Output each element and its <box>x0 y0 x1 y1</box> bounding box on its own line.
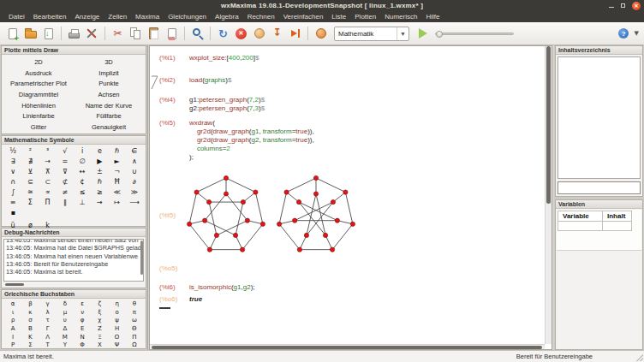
chevron-down-icon[interactable]: ▼ <box>397 27 408 40</box>
new-document-icon[interactable]: + <box>4 26 21 42</box>
symbol-button[interactable]: ⊂ <box>39 176 57 187</box>
greek-letter-button[interactable]: χ <box>91 316 108 324</box>
symbol-button[interactable]: Π <box>39 197 57 207</box>
save-icon[interactable]: ↓ <box>40 26 57 42</box>
greek-letter-button[interactable]: ψ <box>109 316 126 324</box>
play-animation-icon[interactable] <box>414 26 431 42</box>
symbol-button[interactable]: ≥ <box>91 187 108 197</box>
cell-type-select[interactable]: Mathematik ▼ <box>334 27 409 41</box>
greek-letter-button[interactable]: Ρ <box>4 341 21 349</box>
paste-icon[interactable] <box>146 26 162 42</box>
greek-letter-button[interactable]: μ <box>57 308 74 317</box>
symbol-button[interactable]: ▶ <box>91 156 108 166</box>
symbol-button[interactable]: ∈ <box>126 145 143 156</box>
cell-body[interactable]: g1:petersen_graph(7,2)$g2:petersen_graph… <box>189 96 265 113</box>
symbol-button[interactable]: ≪ <box>109 187 126 197</box>
abort-evaluation-icon[interactable]: ✕ <box>233 26 249 42</box>
variables-empty-row[interactable] <box>558 222 632 231</box>
greek-letter-button[interactable]: Ω <box>126 341 143 349</box>
symbol-button[interactable]: ≤ <box>74 187 91 197</box>
minimize-icon[interactable] <box>609 7 614 8</box>
menu-rechnen[interactable]: Rechnen <box>243 13 279 21</box>
symbol-button[interactable]: ∝ <box>39 187 57 197</box>
symbol-button[interactable]: ≡ <box>4 197 21 207</box>
menu-plotten[interactable]: Plotten <box>350 13 380 21</box>
symbol-button[interactable]: ² <box>21 145 39 156</box>
greek-letter-button[interactable]: Α <box>4 324 21 333</box>
draw-button-genauigkeit[interactable]: Genauigkeit <box>74 122 144 133</box>
symbol-button[interactable]: ≫ <box>126 187 143 197</box>
toc-filter-input[interactable] <box>558 181 641 194</box>
symbol-button[interactable]: ³ <box>39 145 57 156</box>
symbol-button[interactable]: ⊽ <box>57 166 74 176</box>
symbol-button[interactable]: ℏ <box>109 145 126 156</box>
draw-button-füllfarbe[interactable]: Füllfarbe <box>74 110 144 122</box>
greek-letter-button[interactable]: Τ <box>39 341 57 349</box>
recalculate-icon[interactable]: ↻ <box>215 26 231 42</box>
symbol-button[interactable]: ∄ <box>21 156 39 166</box>
greek-letter-button[interactable]: Λ <box>39 333 57 341</box>
cell-body[interactable]: true <box>189 295 202 304</box>
greek-letter-button[interactable]: Μ <box>57 333 74 341</box>
cell-body[interactable] <box>185 173 361 258</box>
symbol-button[interactable]: ⟶ <box>126 197 143 207</box>
worksheet-caret[interactable] <box>159 307 170 309</box>
greek-letter-button[interactable]: Ξ <box>91 333 108 341</box>
symbol-button[interactable]: ½ <box>4 145 21 156</box>
maximize-icon[interactable] <box>621 3 625 8</box>
greek-letter-button[interactable]: υ <box>57 316 74 324</box>
menu-gleichungen[interactable]: Gleichungen <box>164 13 211 21</box>
draw-button-linienfarbe[interactable]: Linienfarbe <box>3 110 74 122</box>
greek-letter-button[interactable]: ξ <box>91 308 108 317</box>
symbol-button[interactable]: → <box>39 156 57 166</box>
help-icon[interactable]: ? <box>616 26 632 42</box>
greek-letter-button[interactable]: α <box>4 300 21 308</box>
worksheet-cell[interactable]: (%i6)is_isomorphic(g1,g2); <box>150 283 545 292</box>
greek-letter-button[interactable]: Ο <box>109 333 126 341</box>
worksheet-cell[interactable]: (%o6)true <box>150 295 545 304</box>
greek-letter-button[interactable]: Ε <box>74 324 91 333</box>
menu-liste[interactable]: Liste <box>327 13 350 21</box>
greek-letter-button[interactable]: Ν <box>74 333 91 341</box>
symbol-button[interactable]: ∩ <box>4 176 21 187</box>
greek-letter-button[interactable]: η <box>109 300 126 308</box>
greek-letter-button[interactable]: κ <box>21 308 39 317</box>
evaluate-cell-icon[interactable] <box>251 26 267 42</box>
greek-letter-button[interactable]: Χ <box>91 341 108 349</box>
symbol-button[interactable]: √ <box>57 145 74 156</box>
symbol-button[interactable]: ∂ <box>126 176 143 187</box>
greek-letter-button[interactable]: ε <box>74 300 91 308</box>
worksheet-horizontal-scrollbar[interactable] <box>150 344 545 349</box>
toolbar-overflow-icon[interactable]: ▼ <box>635 30 639 37</box>
menu-anzeige[interactable]: Anzeige <box>70 13 104 21</box>
menu-hilfe[interactable]: Hilfe <box>421 13 444 21</box>
worksheet-cell[interactable]: (%i2)load(graphs)$ <box>150 76 545 85</box>
symbol-button[interactable]: ¬ <box>109 166 126 176</box>
toc-list[interactable] <box>558 56 641 179</box>
symbol-button[interactable]: ± <box>91 166 108 176</box>
select-all-icon[interactable] <box>164 26 180 42</box>
worksheet-cell[interactable]: (%i5)wxdraw( gr2d(draw_graph(g1, transfo… <box>150 119 545 162</box>
worksheet-cell[interactable]: (%i1)wxplot_size:[400,200]$ <box>150 54 545 62</box>
symbol-button[interactable]: ∪ <box>126 166 143 176</box>
symbol-button[interactable]: ↔ <box>74 166 91 176</box>
greek-letter-button[interactable]: Φ <box>74 341 91 349</box>
worksheet-cells[interactable]: (%i1)wxplot_size:[400,200]$(%i2)load(gra… <box>150 46 545 344</box>
greek-letter-button[interactable]: π <box>126 308 143 317</box>
cell-body[interactable]: wxdraw( gr2d(draw_graph(g1, transform=tr… <box>189 119 314 162</box>
symbol-button[interactable]: = <box>57 156 74 166</box>
greek-letter-button[interactable]: θ <box>126 300 143 308</box>
greek-letter-button[interactable]: Π <box>126 333 143 341</box>
draw-button-punkte[interactable]: Punkte <box>74 78 144 89</box>
horizontal-scrollbar-thumb[interactable] <box>152 346 542 349</box>
greek-letter-button[interactable]: φ <box>74 316 91 324</box>
cell-body[interactable]: load(graphs)$ <box>189 76 231 85</box>
symbol-button[interactable]: ∅ <box>74 156 91 166</box>
cell-bracket[interactable] <box>151 75 158 90</box>
draw-button-2d[interactable]: 2D <box>3 56 74 68</box>
greek-letter-button[interactable]: Κ <box>21 333 39 341</box>
greek-letter-button[interactable]: Η <box>109 324 126 333</box>
menu-maxima[interactable]: Maxima <box>131 13 164 21</box>
greek-letter-button[interactable]: Γ <box>39 324 57 333</box>
greek-letter-button[interactable]: τ <box>39 316 57 324</box>
